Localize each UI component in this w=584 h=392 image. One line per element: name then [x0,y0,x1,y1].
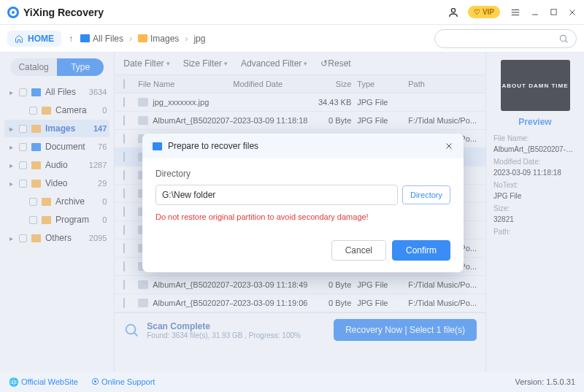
dialog-header: Prepare to recover files [142,134,464,158]
footer: 🌐 Official WebSite ⦿ Online Support Vers… [0,372,584,392]
folder-icon [153,142,162,150]
toolbar: HOME ↑ All Files › Images › jpg [0,25,584,53]
home-button[interactable]: HOME [7,31,61,47]
brand: YiXing Recovery [7,7,104,18]
crumb-all[interactable]: All Files [80,34,123,44]
nav-up-icon[interactable]: ↑ [69,34,73,44]
search-input[interactable] [434,29,577,48]
minimize-icon[interactable] [531,8,539,17]
menu-icon[interactable] [510,7,520,18]
breadcrumb: All Files › Images › jpg [80,34,205,44]
browse-directory-button[interactable]: Directory [402,185,450,204]
svg-point-0 [451,8,455,12]
confirm-button[interactable]: Confirm [392,240,450,261]
crumb-images[interactable]: Images [138,34,179,44]
vip-badge[interactable]: ♡ VIP [468,6,500,18]
brand-text: YiXing Recovery [23,7,104,18]
chevron-right-icon: › [129,34,132,44]
version-label: Version: 1.5.0.31 [515,377,575,386]
search-icon [558,34,569,44]
home-label: HOME [28,34,54,44]
warning-text: Do not restore original partition to avo… [155,212,450,221]
chevron-right-icon: › [185,34,188,44]
maximize-icon[interactable] [550,8,558,16]
svg-line-9 [565,40,567,42]
vip-text: VIP [483,8,494,16]
titlebar: YiXing Recovery ♡ VIP [0,0,584,25]
dialog-close-icon[interactable] [445,142,453,150]
directory-input[interactable] [155,185,398,205]
user-icon[interactable] [447,7,459,18]
crumb-jpg[interactable]: jpg [193,34,205,44]
brand-icon [7,7,19,18]
cancel-button[interactable]: Cancel [331,240,386,261]
official-website-link[interactable]: 🌐 Official WebSite [9,377,78,387]
directory-label: Directory [155,169,450,179]
close-icon[interactable] [568,8,577,17]
online-support-link[interactable]: ⦿ Online Support [91,377,155,386]
dialog-title: Prepare to recover files [168,141,258,151]
svg-point-8 [560,35,566,41]
recover-dialog: Prepare to recover files Directory Direc… [142,134,464,272]
svg-rect-5 [551,9,556,15]
